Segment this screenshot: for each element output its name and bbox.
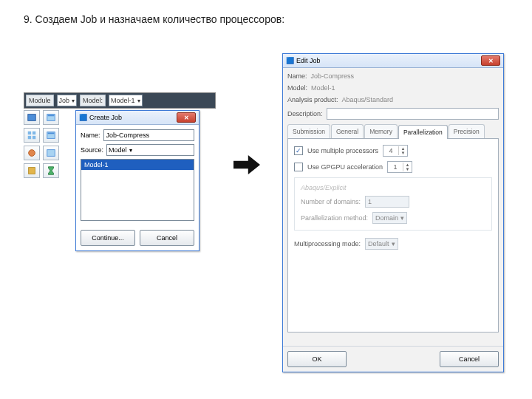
source-label: Source:	[81, 146, 103, 154]
tab-submission[interactable]: Submission	[287, 124, 330, 138]
use-gpgpu-checkbox[interactable]	[294, 163, 303, 171]
num-domains-input[interactable]	[365, 196, 409, 208]
description-label: Description:	[287, 110, 323, 117]
arrow-right-icon	[233, 155, 260, 174]
tool-icon-7[interactable]	[24, 163, 40, 178]
continue-button[interactable]: Continue...	[81, 230, 135, 246]
source-dropdown[interactable]: Model ▾	[106, 144, 194, 156]
explicit-heading: Abaqus/Explicit	[301, 184, 485, 191]
name-label: Name:	[287, 72, 307, 80]
close-button[interactable]: ✕	[177, 112, 196, 123]
create-job-icon[interactable]	[43, 110, 59, 125]
tab-bar: Submission General Memory Parallelizatio…	[287, 124, 499, 139]
svg-rect-10	[47, 150, 55, 157]
module-dropdown[interactable]: Job ▾	[57, 95, 78, 106]
mp-mode-select[interactable]: Default ▾	[365, 238, 398, 250]
parallelization-panel: ✓ Use multiple processors 4 ▲▼ Use GPGPU…	[287, 139, 499, 332]
spin-down-icon[interactable]: ▼	[403, 167, 412, 171]
edit-job-titlebar[interactable]: 🟦 Edit Job ✕	[283, 54, 503, 68]
chevron-down-icon: ▾	[400, 214, 404, 222]
window-icon: 🟦	[79, 114, 87, 121]
job-manager-icon[interactable]	[24, 110, 40, 125]
name-label: Name:	[81, 132, 100, 139]
par-method-label: Parallelization method:	[301, 214, 368, 222]
chevron-down-icon: ▾	[137, 98, 140, 104]
par-method-select[interactable]: Domain ▾	[372, 212, 407, 224]
svg-rect-6	[33, 136, 35, 139]
tab-precision[interactable]: Precision	[449, 124, 485, 138]
module-label: Module	[26, 95, 54, 106]
num-domains-label: Number of domains:	[301, 198, 361, 205]
create-job-dialog: 🟦 Create Job ✕ Name: Source: Model ▾ Mod…	[75, 110, 200, 251]
tab-memory[interactable]: Memory	[364, 124, 398, 138]
module-bar: Module Job ▾ Model: Model-1 ▾	[24, 92, 216, 109]
cancel-button[interactable]: Cancel	[140, 230, 194, 246]
chevron-down-icon: ▾	[129, 147, 132, 154]
window-icon: 🟦	[286, 57, 294, 64]
svg-rect-8	[48, 133, 55, 134]
use-multi-processors-label: Use multiple processors	[307, 147, 378, 154]
create-job-titlebar[interactable]: 🟦 Create Job ✕	[76, 111, 199, 125]
model-value: Model-1	[311, 84, 335, 92]
optimization-icon[interactable]	[24, 146, 40, 160]
model-dropdown-value: Model-1	[111, 97, 135, 104]
edit-job-title: Edit Job	[296, 57, 321, 64]
source-dropdown-value: Model	[109, 146, 127, 154]
description-input[interactable]	[327, 108, 499, 120]
spin-down-icon[interactable]: ▼	[398, 151, 407, 155]
tab-parallelization[interactable]: Parallelization	[398, 125, 448, 139]
hourglass-icon[interactable]	[43, 163, 59, 178]
model-label: Model:	[80, 95, 106, 106]
model-dropdown[interactable]: Model-1 ▾	[109, 95, 143, 106]
name-value: Job-Compress	[311, 72, 355, 80]
close-button[interactable]: ✕	[481, 55, 500, 66]
tool-icon-column	[24, 110, 59, 178]
tab-general[interactable]: General	[331, 124, 364, 138]
cancel-button[interactable]: Cancel	[440, 351, 499, 367]
par-method-value: Domain	[375, 214, 398, 222]
co-execution-icon[interactable]	[43, 128, 59, 143]
edit-job-dialog: 🟦 Edit Job ✕ Name:Job-Compress Model:Mod…	[282, 53, 504, 372]
product-value: Abaqus/Standard	[342, 96, 394, 103]
results-icon[interactable]	[43, 146, 59, 160]
gpgpu-count-spinner[interactable]: 1 ▲▼	[387, 161, 412, 173]
svg-rect-2	[48, 115, 55, 117]
abaqus-left-area: Module Job ▾ Model: Model-1 ▾	[24, 92, 216, 248]
explicit-subpanel: Abaqus/Explicit Number of domains: Paral…	[294, 177, 492, 231]
edit-job-button-bar: OK Cancel	[283, 346, 503, 372]
list-item-selected[interactable]: Model-1	[81, 160, 194, 170]
ok-button[interactable]: OK	[287, 351, 347, 367]
gpgpu-count-value: 1	[388, 163, 403, 171]
svg-rect-3	[28, 132, 31, 134]
product-label: Analysis product:	[287, 96, 338, 103]
processor-count-spinner[interactable]: 4 ▲▼	[383, 145, 408, 157]
chevron-down-icon: ▾	[72, 98, 75, 104]
page-heading: 9. Создаем Job и назначаем количество пр…	[24, 13, 284, 25]
use-multi-processors-checkbox[interactable]: ✓	[294, 146, 303, 155]
svg-rect-0	[28, 115, 36, 121]
mp-mode-label: Multiprocessing mode:	[294, 240, 361, 248]
processor-count-value: 4	[383, 147, 398, 154]
model-label: Model:	[287, 84, 307, 92]
job-name-input[interactable]	[103, 129, 194, 141]
adaptivity-icon[interactable]	[24, 128, 40, 143]
svg-rect-4	[33, 132, 35, 134]
chevron-down-icon: ▾	[392, 240, 395, 248]
mp-mode-value: Default	[368, 240, 389, 248]
svg-rect-11	[29, 168, 35, 174]
module-dropdown-value: Job	[59, 97, 70, 104]
svg-rect-5	[28, 136, 31, 139]
svg-point-9	[29, 150, 35, 157]
source-listbox[interactable]: Model-1	[81, 159, 194, 221]
use-gpgpu-label: Use GPGPU acceleration	[307, 163, 383, 171]
create-job-title: Create Job	[89, 114, 122, 121]
